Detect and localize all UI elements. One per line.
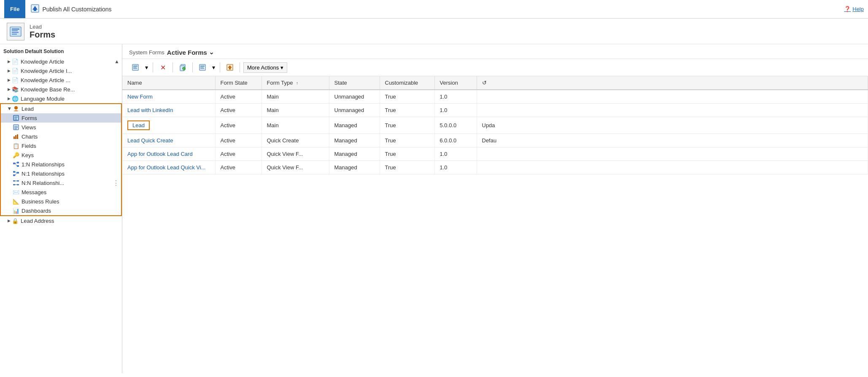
help-icon: ❓ (844, 6, 851, 12)
svg-rect-45 (200, 66, 205, 67)
svg-rect-3 (10, 27, 21, 36)
new-button[interactable] (129, 61, 142, 73)
col-name[interactable]: Name (122, 76, 215, 90)
svg-rect-26 (13, 174, 15, 176)
sidebar-item-forms[interactable]: Forms (1, 113, 121, 123)
refresh-icon[interactable]: ↺ (482, 80, 487, 86)
language-module-icon: 🌐 (12, 95, 19, 102)
delete-button[interactable]: ✕ (156, 61, 169, 73)
sidebar-item-label: Keys (22, 152, 34, 158)
lead-section-box: ▶ Lead (0, 103, 122, 216)
cell-name: Lead (122, 117, 215, 134)
active-forms-button[interactable]: Active Forms ⌄ (167, 48, 214, 56)
lead-name-link[interactable]: Lead (127, 120, 150, 130)
cell-form-state: Active (215, 161, 261, 174)
svg-rect-6 (12, 32, 19, 33)
expand-arrow: ▶ (6, 59, 12, 64)
cell-name: App for Outlook Lead Quick Vi... (122, 161, 215, 174)
sidebar-item-messages[interactable]: ✉️ Messages (1, 187, 121, 197)
cell-extra (477, 147, 868, 161)
more-actions-button[interactable]: More Actions ▾ (243, 62, 287, 73)
form-name-link[interactable]: Lead with LinkedIn (127, 107, 173, 113)
svg-rect-15 (14, 127, 18, 128)
active-forms-label: Active Forms (167, 49, 207, 56)
scroll-up-arrow[interactable]: ▲ (114, 59, 119, 64)
svg-rect-33 (17, 184, 19, 185)
system-forms-label: System Forms (129, 49, 164, 56)
charts-icon (13, 133, 19, 140)
svg-rect-31 (13, 184, 15, 185)
file-button[interactable]: File (4, 0, 25, 18)
svg-rect-2 (34, 10, 36, 11)
svg-line-23 (15, 163, 17, 163)
sidebar-item-nn-rel[interactable]: N:N Relationshi... ⋮ (1, 178, 121, 187)
sidebar-item-lead[interactable]: ▶ Lead (1, 104, 121, 113)
delete-icon: ✕ (160, 64, 166, 72)
sidebar-item-keys[interactable]: 🔑 Keys (1, 150, 121, 160)
cell-state: Unmanaged (329, 104, 380, 117)
sidebar-item-label: Business Rules (22, 198, 59, 205)
col-form-type[interactable]: Form Type ↑ (261, 76, 329, 90)
col-customizable[interactable]: Customizable (380, 76, 434, 90)
col-extra: ↺ (477, 76, 868, 90)
cell-state: Managed (329, 134, 380, 147)
col-state[interactable]: State (329, 76, 380, 90)
publish-label[interactable]: Publish All Customizations (42, 6, 111, 13)
table-row: LeadActiveMainManagedTrue5.0.0.0Upda (122, 117, 868, 134)
sidebar-item-dashboards[interactable]: 📊 Dashboards (1, 206, 121, 215)
cell-state: Managed (329, 161, 380, 174)
sidebar-item-knowledge-base[interactable]: ▶ 📚 Knowledge Base Re... (0, 85, 122, 94)
table-container[interactable]: Name Form State Form Type ↑ State (122, 76, 868, 373)
sidebar-item-business-rules[interactable]: 📐 Business Rules (1, 197, 121, 206)
active-forms-bar: System Forms Active Forms ⌄ (122, 44, 868, 59)
dropdown-arrow-icon: ⌄ (209, 48, 214, 56)
col-version[interactable]: Version (434, 76, 477, 90)
cell-customizable: True (380, 117, 434, 134)
sidebar-scroll[interactable]: Solution Default Solution ▶ 📄 Knowledge … (0, 44, 122, 373)
sidebar-item-lead-address[interactable]: ▶ 🔒 Lead Address (0, 216, 122, 225)
svg-rect-32 (17, 180, 19, 182)
svg-rect-19 (17, 134, 18, 139)
form-name-link[interactable]: New Form (127, 94, 153, 100)
sidebar-item-knowledge-article-2[interactable]: ▶ 📄 Knowledge Article I... (0, 66, 122, 75)
knowledge-article-icon: 📄 (12, 58, 19, 65)
sidebar-item-knowledge-article-3[interactable]: ▶ 📄 Knowledge Article ... (0, 75, 122, 85)
copy-button[interactable]: ✓ (176, 61, 189, 73)
views-icon (13, 124, 19, 131)
cell-form-type: Main (261, 117, 329, 134)
svg-rect-5 (12, 30, 18, 31)
sidebar-item-label: Fields (22, 143, 36, 149)
cell-version: 1.0 (434, 90, 477, 104)
sidebar-item-label: Messages (22, 189, 46, 195)
form-name-link[interactable]: App for Outlook Lead Card (127, 151, 193, 157)
sidebar-item-views[interactable]: Views (1, 123, 121, 132)
sidebar-item-label: Views (22, 124, 36, 131)
sidebar-item-knowledge-article-1[interactable]: ▶ 📄 Knowledge Article ▲ (0, 57, 122, 66)
cell-version: 6.0.0.0 (434, 134, 477, 147)
sidebar-item-charts[interactable]: Charts (1, 132, 121, 141)
nn-rel-icon (13, 179, 19, 186)
sidebar-item-1n-rel[interactable]: 1:N Relationships (1, 160, 121, 169)
form-name-link[interactable]: App for Outlook Lead Quick Vi... (127, 164, 205, 171)
sidebar-item-label: N:N Relationshi... (22, 180, 64, 186)
sidebar: Solution Default Solution ▶ 📄 Knowledge … (0, 44, 122, 373)
cell-form-state: Active (215, 147, 261, 161)
col-form-state[interactable]: Form State (215, 76, 261, 90)
svg-rect-47 (200, 68, 204, 69)
import-button[interactable] (224, 61, 236, 73)
entity-label: Lead (30, 24, 55, 30)
sidebar-item-n1-rel[interactable]: N:1 Relationships (1, 169, 121, 178)
drag-handle[interactable]: ⋮ (113, 179, 119, 187)
expand-arrow: ▶ (7, 106, 13, 112)
new-dropdown-button[interactable]: ▾ (143, 61, 149, 73)
export-dropdown-button[interactable]: ▾ (210, 61, 216, 73)
form-name-link[interactable]: Lead Quick Create (127, 137, 173, 144)
sidebar-item-fields[interactable]: 📋 Fields (1, 141, 121, 150)
cell-form-type: Main (261, 90, 329, 104)
cell-extra (477, 161, 868, 174)
help-link[interactable]: ❓ Help (844, 6, 864, 12)
sidebar-item-language-module[interactable]: ▶ 🌐 Language Module (0, 94, 122, 103)
sidebar-item-label: N:1 Relationships (22, 171, 65, 177)
svg-rect-16 (14, 128, 17, 129)
export-button[interactable] (196, 61, 209, 73)
